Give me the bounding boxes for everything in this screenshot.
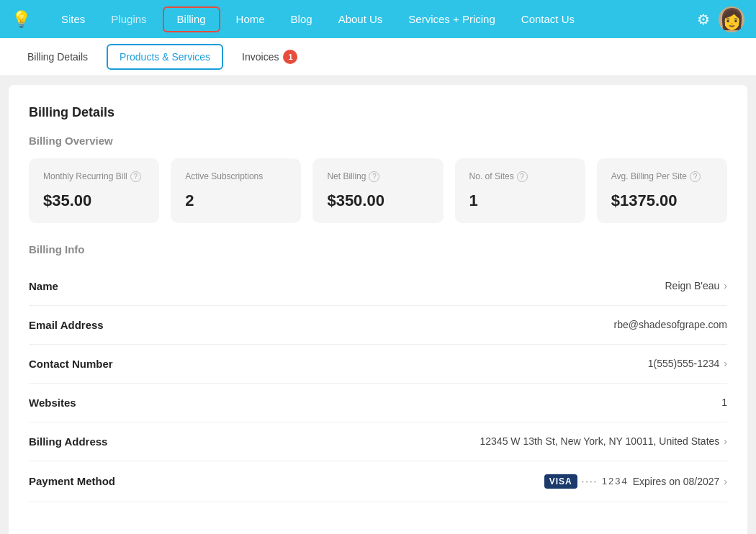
logo-icon: 💡	[12, 10, 31, 29]
card-label-avg-billing-per-site: Avg. Billing Per Site?	[611, 171, 713, 183]
billing-overview-title: Billing Overview	[29, 135, 727, 147]
info-value-billing-address: 12345 W 13th St, New York, NY 10011, Uni…	[480, 435, 727, 447]
nav-link-services-pricing[interactable]: Services + Pricing	[395, 0, 508, 38]
main-content: Billing Details Billing Overview Monthly…	[9, 85, 747, 534]
nav-links: SitesPluginsBillingHomeBlogAbout UsServi…	[48, 0, 697, 38]
card-label-active-subscriptions: Active Subscriptions	[185, 171, 287, 183]
help-icon-monthly-recurring[interactable]: ?	[130, 171, 141, 182]
card-value-monthly-recurring: $35.00	[43, 191, 145, 210]
nav-right: ⚙ 👩	[697, 6, 744, 32]
info-value-payment-method: VISA···· 1234Expires on 08/2027›	[544, 474, 727, 489]
info-text-billing-address: 12345 W 13th St, New York, NY 10011, Uni…	[480, 435, 719, 447]
card-value-avg-billing-per-site: $1375.00	[611, 191, 713, 210]
card-value-net-billing: $350.00	[327, 191, 428, 210]
card-value-active-subscriptions: 2	[185, 191, 287, 210]
nav-link-home[interactable]: Home	[223, 0, 278, 38]
help-icon-net-billing[interactable]: ?	[369, 171, 379, 182]
info-text-websites: 1	[721, 397, 727, 408]
billing-card-no-of-sites: No. of Sites?1	[455, 158, 585, 223]
sub-nav-billing-details[interactable]: Billing Details	[14, 44, 101, 70]
nav-link-contact-us[interactable]: Contact Us	[508, 0, 588, 38]
billing-card-monthly-recurring: Monthly Recurring Bill?$35.00	[29, 158, 159, 223]
billing-info-title: Billing Info	[29, 243, 727, 255]
top-nav: 💡 SitesPluginsBillingHomeBlogAbout UsSer…	[0, 0, 756, 38]
help-icon-avg-billing-per-site[interactable]: ?	[690, 171, 701, 182]
info-row-name[interactable]: NameReign B'eau›	[29, 267, 727, 306]
card-label-net-billing: Net Billing?	[327, 171, 428, 183]
card-dots: ···· 1234	[582, 476, 629, 487]
invoice-badge: 1	[283, 50, 297, 64]
visa-badge: VISA	[544, 474, 577, 489]
chevron-icon-name: ›	[724, 280, 727, 291]
info-row-contact-number[interactable]: Contact Number1(555)555-1234›	[29, 345, 727, 384]
chevron-icon-payment-method: ›	[724, 476, 727, 487]
billing-cards-row: Monthly Recurring Bill?$35.00Active Subs…	[29, 158, 727, 223]
billing-card-avg-billing-per-site: Avg. Billing Per Site?$1375.00	[597, 158, 727, 223]
info-value-websites: 1	[721, 397, 727, 408]
info-text-name: Reign B'eau	[665, 280, 719, 291]
info-row-email: Email Addressrbe@shadesofgrape.com	[29, 306, 727, 345]
info-label-billing-address: Billing Address	[29, 435, 107, 448]
billing-card-net-billing: Net Billing?$350.00	[312, 158, 443, 223]
card-expires: Expires on 08/2027	[633, 476, 720, 487]
info-text-contact-number: 1(555)555-1234	[648, 358, 720, 369]
page-title: Billing Details	[29, 105, 727, 120]
info-label-name: Name	[29, 280, 58, 292]
sub-nav-invoices[interactable]: Invoices1	[229, 44, 310, 70]
nav-link-blog[interactable]: Blog	[278, 0, 325, 38]
info-row-payment-method[interactable]: Payment MethodVISA···· 1234Expires on 08…	[29, 461, 727, 502]
card-label-monthly-recurring: Monthly Recurring Bill?	[43, 171, 145, 183]
info-text-email: rbe@shadesofgrape.com	[614, 319, 727, 330]
info-label-payment-method: Payment Method	[29, 475, 115, 487]
sub-nav-products-services[interactable]: Products & Services	[107, 44, 223, 70]
gear-icon[interactable]: ⚙	[697, 11, 710, 28]
sub-nav: Billing DetailsProducts & ServicesInvoic…	[0, 38, 756, 76]
nav-link-plugins[interactable]: Plugins	[98, 0, 159, 38]
chevron-icon-billing-address: ›	[724, 435, 727, 447]
nav-link-about-us[interactable]: About Us	[325, 0, 396, 38]
nav-link-sites[interactable]: Sites	[48, 0, 98, 38]
avatar[interactable]: 👩	[719, 6, 744, 32]
info-value-contact-number: 1(555)555-1234›	[648, 358, 727, 369]
help-icon-no-of-sites[interactable]: ?	[517, 171, 528, 182]
info-row-billing-address[interactable]: Billing Address12345 W 13th St, New York…	[29, 422, 727, 461]
info-row-websites: Websites1	[29, 384, 727, 422]
billing-card-active-subscriptions: Active Subscriptions2	[171, 158, 301, 223]
info-value-email: rbe@shadesofgrape.com	[614, 319, 727, 330]
card-value-no-of-sites: 1	[469, 191, 571, 210]
info-label-websites: Websites	[29, 397, 76, 409]
billing-info-section: NameReign B'eau›Email Addressrbe@shadeso…	[29, 267, 727, 502]
info-value-name: Reign B'eau›	[665, 280, 727, 291]
nav-link-billing[interactable]: Billing	[163, 6, 220, 32]
chevron-icon-contact-number: ›	[724, 358, 727, 369]
info-label-contact-number: Contact Number	[29, 358, 113, 370]
card-label-no-of-sites: No. of Sites?	[469, 171, 571, 183]
info-label-email: Email Address	[29, 319, 104, 331]
